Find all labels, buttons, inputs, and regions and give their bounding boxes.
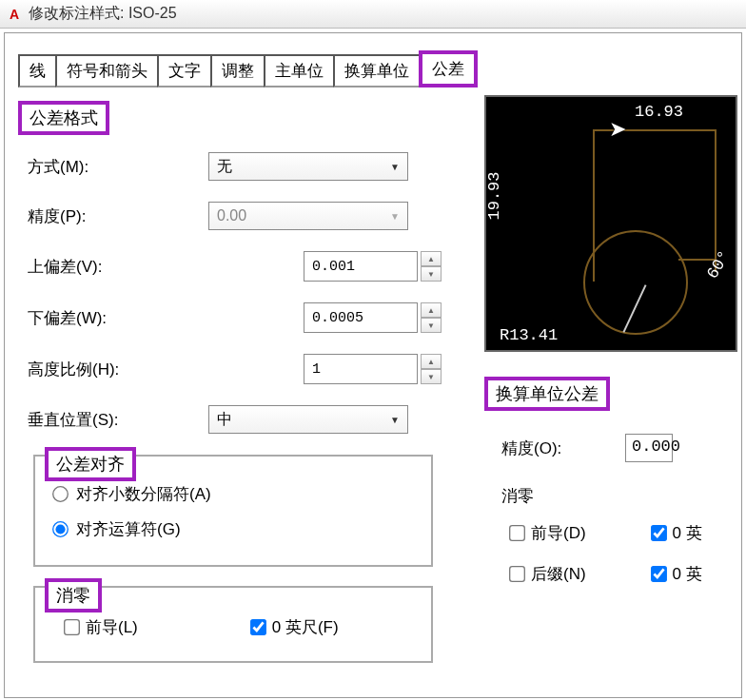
input-height-scale[interactable]: 1 — [304, 354, 418, 384]
chevron-down-icon: ▼ — [390, 211, 400, 222]
dialog-body: 线 符号和箭头 文字 调整 主单位 换算单位 公差 ➤ 公差格式 方式(M): … — [4, 32, 742, 698]
tab-tolerances[interactable]: 公差 — [419, 50, 478, 88]
spinner-down-icon[interactable]: ▼ — [421, 266, 442, 282]
tab-fit[interactable]: 调整 — [210, 54, 265, 88]
preview-dim-top: 16.93 — [635, 103, 683, 121]
check-leading[interactable] — [64, 619, 80, 635]
label-alt-inches: 0 英 — [673, 563, 702, 585]
spinner-down-icon[interactable]: ▼ — [421, 318, 442, 333]
combo-precision[interactable]: 0.00 ▼ — [208, 202, 408, 230]
chevron-down-icon: ▼ — [390, 162, 400, 172]
label-alt-leading: 前导(D) — [531, 522, 586, 544]
label-alt-trailing: 后缀(N) — [531, 563, 586, 585]
label-alt-zero: 消零 — [501, 485, 741, 507]
label-alt-feet: 0 英 — [673, 522, 702, 544]
dimension-preview: 16.93 19.93 R13.41 60° — [484, 95, 737, 352]
tab-alt-units[interactable]: 换算单位 — [333, 54, 421, 88]
tab-primary-units[interactable]: 主单位 — [264, 54, 335, 88]
preview-dim-radius: R13.41 — [500, 326, 558, 344]
combo-method-value: 无 — [217, 157, 232, 177]
input-upper[interactable]: 0.001 — [304, 251, 418, 282]
combo-vpos[interactable]: 中 ▼ — [208, 405, 408, 434]
tab-text[interactable]: 文字 — [157, 54, 212, 88]
tab-row: 线 符号和箭头 文字 调整 主单位 换算单位 公差 — [18, 50, 741, 88]
preview-dim-angle: 60° — [704, 247, 735, 282]
label-align-operator: 对齐运算符(G) — [76, 518, 181, 540]
section-alt-unit-tol: 换算单位公差 — [484, 377, 610, 411]
check-feet[interactable] — [250, 619, 266, 635]
check-alt-trailing[interactable] — [509, 566, 525, 582]
spinner-up-icon[interactable]: ▲ — [421, 302, 442, 318]
label-height-scale: 高度比例(H): — [28, 359, 208, 380]
window-titlebar: A 修改标注样式: ISO-25 — [0, 0, 746, 29]
check-alt-inches[interactable] — [651, 566, 667, 582]
label-precision: 精度(P): — [28, 205, 208, 227]
group-alt-zero: 消零 前导(D) 后缀(N) — [501, 476, 741, 594]
radio-align-decimal[interactable] — [52, 486, 69, 502]
input-lower[interactable]: 0.0005 — [304, 302, 418, 333]
label-alt-precision: 精度(O): — [501, 438, 625, 459]
combo-vpos-value: 中 — [217, 410, 232, 430]
label-method: 方式(M): — [28, 156, 208, 178]
section-tolerance-format: 公差格式 — [18, 101, 109, 135]
window-title: 修改标注样式: ISO-25 — [29, 4, 177, 24]
label-leading: 前导(L) — [86, 616, 138, 638]
combo-method[interactable]: 无 ▼ — [208, 152, 408, 181]
tab-lines[interactable]: 线 — [18, 54, 57, 88]
label-lower: 下偏差(W): — [28, 307, 208, 329]
group-tolerance-align: 公差对齐 对齐小数分隔符(A) 对齐运算符(G) — [33, 455, 433, 567]
label-align-decimal: 对齐小数分隔符(A) — [76, 483, 211, 505]
app-icon: A — [6, 6, 23, 23]
spinner-up-icon[interactable]: ▲ — [421, 251, 442, 266]
label-upper: 上偏差(V): — [28, 256, 208, 278]
section-tolerance-align: 公差对齐 — [45, 447, 136, 481]
group-zero-suppress: 消零 前导(L) 0 英尺(F) — [33, 586, 433, 663]
radio-align-operator[interactable] — [52, 521, 69, 537]
chevron-down-icon: ▼ — [390, 415, 400, 425]
spinner-down-icon[interactable]: ▼ — [421, 369, 442, 384]
combo-precision-value: 0.00 — [217, 207, 246, 224]
label-vpos: 垂直位置(S): — [28, 409, 208, 431]
spinner-up-icon[interactable]: ▲ — [421, 354, 442, 369]
combo-alt-precision[interactable]: 0.000 — [625, 434, 673, 462]
check-alt-feet[interactable] — [651, 525, 667, 541]
section-zero-suppress: 消零 — [45, 578, 102, 612]
tab-symbols-arrows[interactable]: 符号和箭头 — [55, 54, 159, 88]
label-feet: 0 英尺(F) — [272, 616, 339, 638]
check-alt-leading[interactable] — [509, 525, 525, 541]
preview-dim-left: 19.93 — [485, 171, 503, 220]
